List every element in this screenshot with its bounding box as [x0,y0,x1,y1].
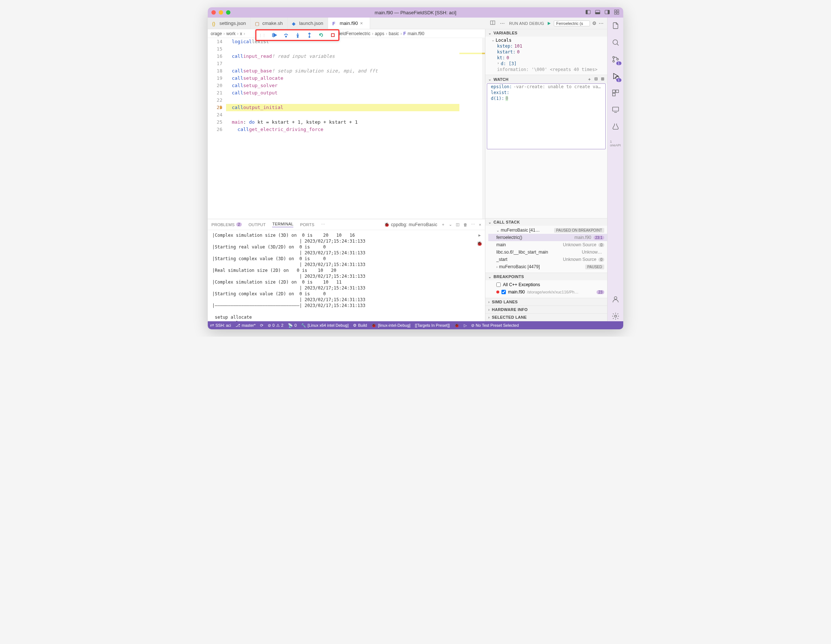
run-debug-icon[interactable]: 1 [610,71,621,81]
test-status[interactable]: ⊘ No Test Preset Selected [471,323,519,328]
bug-icon[interactable]: 🐞 [477,241,482,246]
stack-frame[interactable]: _startUnknown Source0 [488,256,607,263]
locals-label[interactable]: Locals [496,38,511,43]
simd-header[interactable]: ›SIMD LANES [486,298,607,306]
panel-right-icon[interactable] [604,9,610,16]
problems-tab[interactable]: PROBLEMS2 [212,223,242,227]
callstack-header[interactable]: ⌄CALL STACK [486,218,607,226]
activity-bar: 1 1 1oneAPI [607,18,623,321]
customize-layout-icon[interactable] [614,9,619,16]
stack-frame[interactable]: libc.so.6!__libc_start_mainUnknow… [488,249,607,256]
more-icon[interactable]: ⋯ [471,222,475,227]
maximize-window[interactable] [226,10,231,14]
start-debug-icon[interactable] [546,21,552,26]
more-icon[interactable]: ⋯ [321,222,325,227]
debug-play-icon[interactable]: 🐞 [454,323,459,328]
step-out-icon[interactable] [306,32,313,38]
svg-rect-9 [617,13,619,14]
tab-label: launch.json [299,21,323,26]
restart-icon[interactable] [318,32,325,38]
account-icon[interactable] [610,294,621,304]
hw-header[interactable]: ›HARDWARE INFO [486,306,607,313]
add-icon[interactable]: ＋ [587,77,591,82]
tab-settings-json[interactable]: {}settings.json [208,18,250,29]
ports-tab[interactable]: PORTS [300,223,314,227]
ports-status[interactable]: 📡 0 [288,323,297,328]
collapse-icon[interactable]: ⊟ [594,77,598,82]
svg-rect-7 [617,10,619,12]
minimize-window[interactable] [219,10,223,14]
panel-left-icon[interactable] [585,9,591,16]
problems-status[interactable]: ⊘ 0 ⚠ 2 [268,323,283,328]
source-control-icon[interactable]: 1 [610,54,621,64]
tab-cmake-sh[interactable]: ▢cmake.sh [250,18,288,29]
stack-frame[interactable]: ferroelectric()main.f9023:1 [488,234,607,241]
layout-controls [585,9,619,16]
grip-icon[interactable]: ⋮⋮ [259,33,266,37]
remote-icon[interactable] [610,105,621,115]
settings-icon[interactable] [610,311,621,321]
output-tab[interactable]: OUTPUT [248,223,266,227]
kit-status[interactable]: 🔧 [Linux x64 intel Debug] [301,323,349,328]
step-over-icon[interactable] [283,32,289,38]
variables-header[interactable]: ⌄VARIABLES [486,29,607,37]
more-icon[interactable]: ⋯ [500,21,505,26]
git-branch[interactable]: ⎇ master* [236,323,256,328]
bp-main-f90[interactable]: main.f90/storage/work/x/xuc116/Ph…23 [488,289,607,296]
build-status[interactable]: ⚙ Build [353,323,367,328]
svg-rect-6 [614,10,616,12]
close-tab-icon[interactable]: × [360,21,365,26]
svg-rect-27 [612,93,615,96]
terminal-icon[interactable]: ▸ [478,232,481,238]
tab-launch-json[interactable]: ◆launch.json [288,18,328,29]
svg-line-20 [617,44,619,46]
testing-icon[interactable] [610,121,621,132]
step-into-icon[interactable] [295,32,301,38]
play-icon[interactable]: ▷ [464,323,467,328]
thread-row[interactable]: ⌄ muFerroBasic [41… PAUSED ON BREAKPOINT [488,226,607,234]
remote-status[interactable]: ⮂ SSH: aci [210,323,231,327]
target-status[interactable]: 🐞 [linux-intel-Debug] [371,323,411,328]
extensions-icon[interactable] [610,88,621,98]
watch-panel[interactable]: epsilon: -var-create: unable to create v… [487,83,606,149]
sync-icon[interactable]: ⟳ [260,323,263,328]
continue-icon[interactable] [271,32,278,38]
search-icon[interactable] [610,37,621,48]
breadcrumb[interactable]: orage› work› x› › PhaseFieldFerroelectri… [208,29,485,38]
debug-launch-label[interactable]: 🐞 cppdbg: muFerroBasic [384,222,438,227]
code-body[interactable]: logical lexist call input_read ! read in… [226,38,459,219]
breakpoints-header[interactable]: ⌄BREAKPOINTS [486,273,607,280]
oneapi-icon[interactable]: 1oneAPI [610,138,621,148]
tab-label: main.f90 [340,21,358,26]
tab-main-f90[interactable]: Fmain.f90× [328,18,370,29]
panel-bottom-icon[interactable] [595,9,600,16]
close-panel-icon[interactable]: × [479,223,481,227]
new-terminal-icon[interactable]: ＋ [441,222,445,227]
trash-icon[interactable]: 🗑 [463,223,467,227]
stack-frame[interactable]: mainUnknown Source0 [488,241,607,249]
preset-status[interactable]: [[Targets In Preset]] [415,323,449,327]
minimap[interactable] [459,38,485,219]
terminal-tab[interactable]: TERMINAL [272,222,293,227]
debug-toolbar[interactable]: ⋮⋮ [255,29,339,41]
bottom-panel: PROBLEMS2 OUTPUT TERMINAL PORTS ⋯ 🐞 cppd… [208,219,485,321]
svg-point-13 [286,36,287,37]
close-window[interactable] [212,10,216,14]
code-editor[interactable]: 14151617181920212223242526 logical lexis… [208,38,485,219]
watch-header[interactable]: ⌄WATCH ＋⊟⊞ [486,75,607,83]
expand-icon[interactable]: ⊞ [601,77,604,82]
thread-row[interactable]: › muFerroBasic [4479] PAUSED [488,263,607,270]
split-terminal-icon[interactable]: ◫ [456,222,459,227]
sellane-header[interactable]: ›SELECTED LANE [486,314,607,321]
gear-icon[interactable]: ⚙ [592,21,597,26]
stop-icon[interactable] [330,32,336,38]
more-icon[interactable]: ⋯ [599,21,603,26]
bp-all-cpp[interactable]: All C++ Exceptions [488,281,607,289]
terminal-output[interactable]: |Complex simulation size (3D) on 0 is 20… [208,230,474,321]
explorer-icon[interactable] [610,21,621,31]
chevron-down-icon[interactable]: ⌄ [449,222,452,227]
svg-rect-26 [616,90,618,92]
split-editor-icon[interactable] [490,20,496,27]
editor-tabs: {}settings.json ▢cmake.sh ◆launch.json F… [208,18,607,29]
debug-config-select[interactable]: Ferroelectric (s [554,21,590,26]
